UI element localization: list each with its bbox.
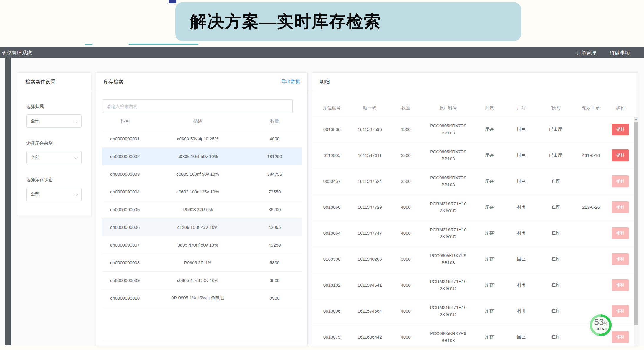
- qty-cell: 4000: [388, 205, 423, 210]
- action-cell: 销料: [607, 124, 633, 135]
- scrap-material-button: 销料: [612, 331, 629, 343]
- part-no-cell: qh0000000002: [102, 154, 148, 159]
- scrap-material-button: 销料: [612, 201, 629, 213]
- mpn-cell: PCC0805KRX7R9BB103: [423, 174, 473, 188]
- vendor-cell: 国巨: [506, 256, 537, 262]
- bin-no-cell: 0010096: [312, 308, 351, 313]
- scrap-material-button: 销料: [612, 175, 629, 187]
- vendor-cell: 国巨: [506, 334, 537, 340]
- mpn-cell: PGRM216R71H103KA01D: [423, 200, 473, 214]
- locked-order-cell: 213-6-26: [575, 205, 607, 210]
- action-cell: 销料: [607, 175, 633, 187]
- part-no-cell: qh0000000001: [102, 136, 148, 141]
- nav-order-management[interactable]: 订单管理: [576, 50, 596, 56]
- download-progress-widget[interactable]: 53% ↓ 0.1K/s: [588, 313, 613, 338]
- bin-no-cell: 0160300: [312, 257, 351, 262]
- qty-cell: 384755: [248, 172, 302, 177]
- status-cell: 在库: [537, 282, 575, 288]
- scrap-material-button: 销料: [612, 227, 629, 239]
- mpn-cell: PCC0805KRX7R9BB103: [423, 330, 473, 344]
- search-row[interactable]: qh0000000004c0603 100nf 25v 10%73550: [102, 183, 302, 201]
- filter-status-select[interactable]: 全部: [26, 188, 82, 201]
- vendor-cell: 村田: [506, 308, 537, 314]
- filters-title: 检索条件设置: [25, 78, 55, 85]
- mpn-line1: PGRM216R71H10: [423, 226, 473, 233]
- column-header: 厂商: [506, 105, 537, 111]
- bin-no-cell: 0010079: [312, 334, 351, 339]
- qty-cell: 3000: [388, 257, 423, 262]
- search-row[interactable]: qh0000000006c1206 10uf 25V 10%42065: [102, 218, 302, 236]
- left-edge-strip: [5, 58, 11, 345]
- chevron-down-icon: [74, 119, 78, 123]
- search-row[interactable]: qh0000000005R0603 22R 5%36200: [102, 201, 302, 218]
- slide-deco-line: [85, 44, 92, 45]
- search-row[interactable]: qh0000000009c0805 4.7uf 50v 10%3800: [102, 272, 302, 289]
- bin-no-cell: 0010066: [312, 205, 351, 210]
- column-header: 描述: [148, 119, 248, 124]
- mpn-line1: PCC0805KRX7R9: [423, 122, 473, 129]
- unique-code-cell: 1611547729: [351, 205, 388, 210]
- column-header: 料号: [102, 119, 148, 124]
- status-cell: 在库: [537, 204, 575, 210]
- column-header: 数量: [388, 105, 423, 111]
- owner-cell: 库存: [473, 282, 506, 288]
- column-header: 数量: [248, 119, 302, 124]
- search-row[interactable]: qh0000000001c0603 50v 4pf 0.25%4000: [102, 130, 302, 148]
- owner-cell: 库存: [473, 178, 506, 184]
- scrollbar-up-arrow-icon[interactable]: ▲: [634, 117, 638, 121]
- unique-code-cell: 1611574664: [351, 308, 388, 313]
- slide-deco-line: [129, 44, 198, 45]
- scrollbar-thumb[interactable]: [634, 122, 638, 325]
- app-nav: 订单管理 待做事项: [576, 50, 644, 56]
- qty-cell: 4000: [388, 231, 423, 236]
- bin-no-cell: 0010064: [312, 231, 351, 236]
- qty-cell: 5800: [248, 260, 302, 265]
- mpn-cell: PCC0805KRX7R9BB103: [423, 252, 473, 266]
- owner-cell: 库存: [473, 152, 506, 158]
- slide-title: 解决方案—实时库存检索: [175, 10, 381, 33]
- filter-category-select[interactable]: 全部: [26, 151, 82, 164]
- owner-cell: 库存: [473, 334, 506, 340]
- mpn-cell: PCC0805KRX7R9BB103: [423, 122, 473, 136]
- desc-cell: c1206 10uf 25V 10%: [148, 225, 248, 230]
- search-table-body: qh0000000001c0603 50v 4pf 0.25%4000qh000…: [102, 130, 302, 307]
- desc-cell: R0603 22R 5%: [148, 207, 248, 212]
- scrap-material-button[interactable]: 销料: [612, 124, 629, 135]
- mpn-line2: BB103: [423, 129, 473, 136]
- mpn-line1: PCC0805KRX7R9: [423, 330, 473, 337]
- vendor-cell: 国巨: [506, 126, 537, 132]
- unique-code-cell: 1611547611: [351, 153, 388, 158]
- status-cell: 在库: [537, 230, 575, 236]
- export-data-link[interactable]: 导出数据: [281, 79, 300, 85]
- scrap-material-button: 销料: [612, 305, 629, 317]
- search-input[interactable]: [102, 99, 293, 113]
- status-cell: 在库: [537, 256, 575, 262]
- qty-cell: 4000: [388, 282, 423, 287]
- scrap-material-button[interactable]: 销料: [612, 149, 629, 161]
- desc-cell: c0805 4.7uf 50v 10%: [148, 278, 248, 283]
- details-scrollbar[interactable]: ▲: [634, 117, 638, 346]
- column-header: 库位编号: [312, 105, 351, 111]
- chevron-down-icon: [74, 192, 78, 196]
- owner-cell: 库存: [473, 308, 506, 314]
- part-no-cell: qh0000000007: [102, 242, 148, 247]
- status-cell: 在库: [537, 308, 575, 314]
- mpn-line1: PGRM216R71H10: [423, 278, 473, 285]
- part-no-cell: qh0000000008: [102, 260, 148, 265]
- nav-todo-items[interactable]: 待做事项: [610, 50, 630, 56]
- app-top-bar: 仓储管理系统 订单管理 待做事项: [0, 47, 644, 58]
- inventory-search-card: 库存检索 导出数据 料号描述数量 qh0000000001c0603 50v 4…: [96, 72, 308, 346]
- search-row[interactable]: qh0000000003c0805 100nf 50v 10%384755: [102, 165, 302, 183]
- search-row[interactable]: qh00000000070805 470nf 50v 10%49250: [102, 236, 302, 254]
- scrap-material-button: 销料: [612, 279, 629, 291]
- unique-code-cell: 1611574641: [351, 282, 388, 287]
- part-no-cell: qh0000000006: [102, 225, 148, 230]
- filter-owner-select[interactable]: 全部: [26, 114, 82, 128]
- column-header: 归属: [473, 105, 506, 111]
- search-row[interactable]: qh00000000100R 0805 1% 1/2w白色电阻9500: [102, 289, 302, 307]
- search-row[interactable]: qh0000000008R0805 2R 1%5800: [102, 254, 302, 272]
- part-no-cell: qh0000000005: [102, 207, 148, 212]
- search-title: 库存检索: [103, 78, 123, 85]
- qty-cell: 73550: [248, 189, 302, 194]
- search-row[interactable]: qh0000000002c0805 10nf 50v 10%181200: [102, 148, 302, 165]
